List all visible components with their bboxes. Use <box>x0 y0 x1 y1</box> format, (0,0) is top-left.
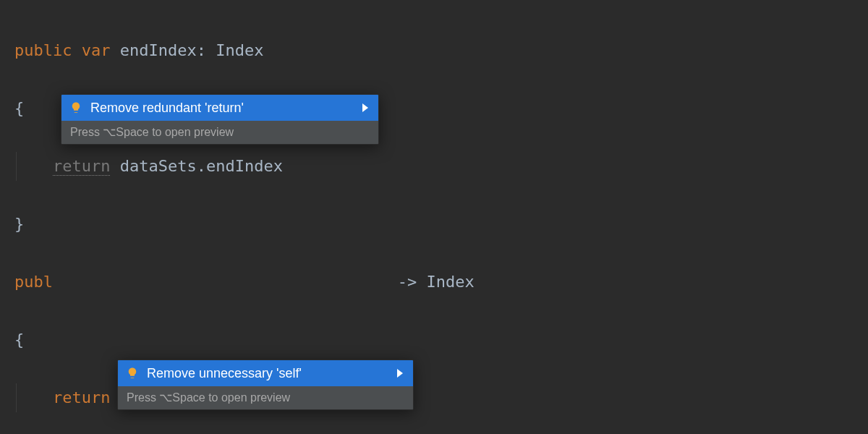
dot: . <box>197 157 206 175</box>
submenu-arrow-icon <box>383 367 403 380</box>
intention-action-remove-self[interactable]: Remove unnecessary 'self' <box>118 360 413 386</box>
code-line: } <box>14 210 854 239</box>
keyword-var: var <box>82 41 111 59</box>
intention-popup: Remove redundant 'return' Press ⌥Space t… <box>61 94 379 145</box>
lightbulb-icon <box>125 366 140 380</box>
keyword-public: public <box>14 41 72 59</box>
lightbulb-icon <box>69 101 83 115</box>
keyword-public-fragment: publ <box>14 273 53 291</box>
code-line: publ -> Index <box>14 268 854 297</box>
identifier: endIndex <box>120 41 197 59</box>
type-name: Index <box>216 41 263 59</box>
identifier: endIndex <box>206 157 283 175</box>
intention-action-remove-return[interactable]: Remove redundant 'return' <box>61 95 378 121</box>
code-line: return dataSets.endIndex <box>14 152 854 181</box>
indent-guide <box>16 152 17 181</box>
arrow: -> <box>398 273 417 291</box>
intention-hint: Press ⌥Space to open preview <box>118 386 413 409</box>
intention-label: Remove redundant 'return' <box>90 101 244 114</box>
intention-popup: Remove unnecessary 'self' Press ⌥Space t… <box>117 359 414 410</box>
colon: : <box>197 41 206 59</box>
indent-guide <box>16 383 17 412</box>
intention-label: Remove unnecessary 'self' <box>147 367 302 380</box>
keyword-return: return <box>53 388 110 407</box>
code-line: { <box>14 326 854 354</box>
type-name: Index <box>427 273 475 291</box>
intention-hint: Press ⌥Space to open preview <box>61 121 378 144</box>
code-line: public var endIndex: Index <box>14 36 854 65</box>
identifier: dataSets <box>120 157 197 175</box>
open-brace: { <box>14 99 24 117</box>
open-brace: { <box>14 331 24 349</box>
submenu-arrow-icon <box>348 101 368 114</box>
close-brace: } <box>14 215 24 233</box>
keyword-return: return <box>53 157 110 176</box>
